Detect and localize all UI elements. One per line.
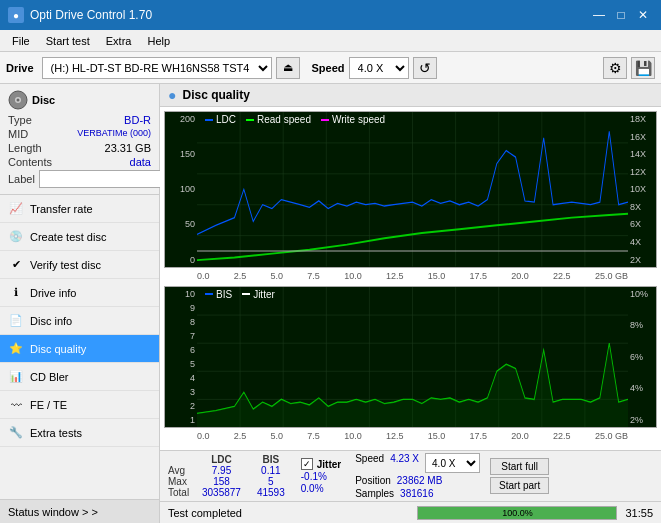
app-title: Opti Drive Control 1.70 (30, 8, 152, 22)
stats-bar: LDC BIS Avg 7.95 0.11 Max 158 (160, 450, 661, 501)
fe-te-icon: 〰 (8, 397, 24, 413)
sidebar-item-extra-tests[interactable]: 🔧 Extra tests (0, 419, 159, 447)
legend-bis-label: BIS (216, 289, 232, 300)
menu-start-test[interactable]: Start test (38, 33, 98, 49)
disc-mid-label: MID (8, 128, 28, 140)
sidebar-item-label-cd-bler: CD Bler (30, 371, 69, 383)
save-button[interactable]: 💾 (631, 57, 655, 79)
status-window-label: Status window > > (8, 506, 98, 518)
stats-row: LDC BIS Avg 7.95 0.11 Max 158 (164, 453, 657, 499)
close-button[interactable]: ✕ (633, 5, 653, 25)
minimize-button[interactable]: — (589, 5, 609, 25)
jitter-header-row: ✓ Jitter (301, 458, 341, 470)
chart-header-icon: ● (168, 87, 176, 103)
disc-contents-value: data (130, 156, 151, 168)
svg-point-2 (17, 99, 20, 102)
read-speed-dot (246, 119, 254, 121)
start-part-button[interactable]: Start part (490, 477, 549, 494)
ldc-dot (205, 119, 213, 121)
status-bar: Test completed 100.0% 31:55 (160, 501, 661, 523)
drive-select[interactable]: (H:) HL-DT-ST BD-RE WH16NS58 TST4 (42, 57, 272, 79)
disc-type-value: BD-R (124, 114, 151, 126)
refresh-button[interactable]: ↺ (413, 57, 437, 79)
title-bar-controls: — □ ✕ (589, 5, 653, 25)
speed-label-stat: Speed (355, 453, 384, 473)
legend-read-speed: Read speed (246, 114, 311, 125)
bottom-chart-svg (197, 287, 628, 427)
speed-position-section: Speed 4.23 X 4.0 X Position 23862 MB Sam… (355, 453, 480, 499)
top-chart-y-right: 18X 16X 14X 12X 10X 8X 6X 4X 2X (628, 112, 656, 267)
transfer-rate-icon: 📈 (8, 201, 24, 217)
jitter-dot (242, 293, 250, 295)
sidebar-item-verify-test-disc[interactable]: ✔ Verify test disc (0, 251, 159, 279)
sidebar-item-label-drive-info: Drive info (30, 287, 76, 299)
stats-max-label: Max (164, 476, 194, 487)
stats-avg-label: Avg (164, 465, 194, 476)
sidebar: Disc Type BD-R MID VERBATIMe (000) Lengt… (0, 84, 160, 523)
eject-button[interactable]: ⏏ (276, 57, 300, 79)
status-window-button[interactable]: Status window > > (0, 499, 159, 523)
position-label: Position (355, 475, 391, 486)
disc-label-input[interactable] (39, 170, 172, 188)
disc-panel: Disc Type BD-R MID VERBATIMe (000) Lengt… (0, 84, 159, 195)
disc-info-icon: 📄 (8, 313, 24, 329)
sidebar-item-label-extra-tests: Extra tests (30, 427, 82, 439)
sidebar-item-label-disc-quality: Disc quality (30, 343, 86, 355)
stats-total-bis: 41593 (249, 487, 293, 498)
sidebar-item-disc-info[interactable]: 📄 Disc info (0, 307, 159, 335)
start-full-button[interactable]: Start full (490, 458, 549, 475)
menu-help[interactable]: Help (139, 33, 178, 49)
disc-length-label: Length (8, 142, 42, 154)
sidebar-item-disc-quality[interactable]: ⭐ Disc quality (0, 335, 159, 363)
stats-max-ldc: 158 (194, 476, 249, 487)
sidebar-item-label-create-test-disc: Create test disc (30, 231, 106, 243)
menu-extra[interactable]: Extra (98, 33, 140, 49)
stats-header-bis: BIS (249, 454, 293, 465)
top-chart-svg (197, 112, 628, 267)
legend-jitter-label: Jitter (253, 289, 275, 300)
speed-select-stat[interactable]: 4.0 X (425, 453, 480, 473)
disc-mid-value: VERBATIMe (000) (77, 128, 151, 140)
sidebar-item-create-test-disc[interactable]: 💿 Create test disc (0, 223, 159, 251)
content-area: ● Disc quality LDC Read speed (160, 84, 661, 523)
title-bar: ● Opti Drive Control 1.70 — □ ✕ (0, 0, 661, 30)
nav-items: 📈 Transfer rate 💿 Create test disc ✔ Ver… (0, 195, 159, 499)
maximize-button[interactable]: □ (611, 5, 631, 25)
stats-total-row: Total 3035877 41593 (164, 487, 293, 498)
sidebar-item-label-verify-test-disc: Verify test disc (30, 259, 101, 271)
sidebar-item-cd-bler[interactable]: 📊 CD Bler (0, 363, 159, 391)
legend-jitter: Jitter (242, 289, 275, 300)
speed-val-stat: 4.23 X (390, 453, 419, 473)
title-bar-left: ● Opti Drive Control 1.70 (8, 7, 152, 23)
disc-mid-row: MID VERBATIMe (000) (8, 128, 151, 140)
status-text: Test completed (168, 507, 409, 519)
legend-ldc: LDC (205, 114, 236, 125)
top-chart-y-left: 200 150 100 50 0 (165, 112, 197, 267)
disc-icon (8, 90, 28, 110)
top-chart: LDC Read speed Write speed 200 150 (164, 111, 657, 268)
drive-info-icon: ℹ (8, 285, 24, 301)
samples-row: Samples 381616 (355, 488, 480, 499)
disc-type-label: Type (8, 114, 32, 126)
menu-file[interactable]: File (4, 33, 38, 49)
disc-contents-row: Contents data (8, 156, 151, 168)
disc-type-row: Type BD-R (8, 114, 151, 126)
stats-avg-bis: 0.11 (249, 465, 293, 476)
legend-read-speed-label: Read speed (257, 114, 311, 125)
position-val: 23862 MB (397, 475, 443, 486)
progress-bar: 100.0% (417, 506, 617, 520)
disc-quality-icon: ⭐ (8, 341, 24, 357)
disc-length-value: 23.31 GB (105, 142, 151, 154)
sidebar-item-transfer-rate[interactable]: 📈 Transfer rate (0, 195, 159, 223)
sidebar-item-label-fe-te: FE / TE (30, 399, 67, 411)
start-buttons: Start full Start part (490, 458, 549, 494)
position-row: Position 23862 MB (355, 475, 480, 486)
settings-button[interactable]: ⚙ (603, 57, 627, 79)
sidebar-item-fe-te[interactable]: 〰 FE / TE (0, 391, 159, 419)
speed-select[interactable]: 4.0 X (349, 57, 409, 79)
stats-avg-ldc: 7.95 (194, 465, 249, 476)
stats-table: LDC BIS Avg 7.95 0.11 Max 158 (164, 454, 293, 498)
jitter-avg-val: -0.1% (301, 471, 341, 482)
sidebar-item-drive-info[interactable]: ℹ Drive info (0, 279, 159, 307)
jitter-checkbox[interactable]: ✓ (301, 458, 313, 470)
